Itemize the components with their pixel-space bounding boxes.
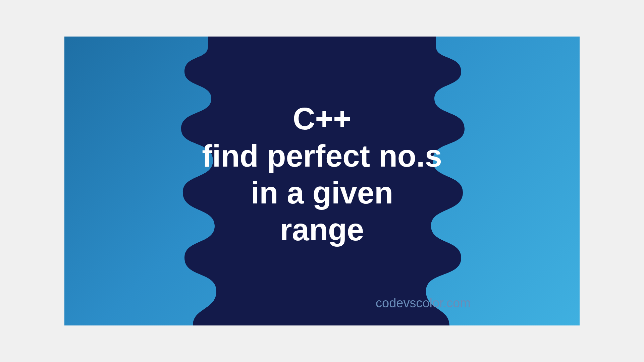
title-line-3: in a given (202, 174, 442, 211)
banner-content: C++ find perfect no.s in a given range c… (64, 37, 580, 325)
title-line-4: range (202, 211, 442, 248)
banner-title: C++ find perfect no.s in a given range (202, 100, 442, 248)
title-line-1: C++ (202, 100, 442, 137)
banner-image: C++ find perfect no.s in a given range c… (64, 37, 580, 325)
watermark: codevscolor.com (376, 296, 471, 310)
title-line-2: find perfect no.s (202, 137, 442, 174)
